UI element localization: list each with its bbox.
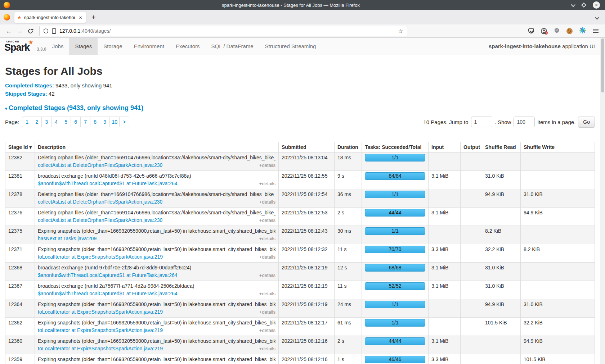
details-toggle[interactable]: +details bbox=[259, 327, 275, 334]
window-close-icon[interactable]: × bbox=[593, 1, 600, 9]
spark-nav-item[interactable]: Jobs bbox=[46, 38, 70, 55]
description-cell: Expiring snapshots (older_than=166932055… bbox=[35, 354, 279, 364]
duration-cell: 11 s bbox=[335, 244, 362, 263]
spark-nav-item[interactable]: Executors bbox=[170, 38, 206, 55]
bookmark-star-icon[interactable]: ☆ bbox=[398, 28, 403, 35]
stage-detail-link[interactable]: collectAsList at DeleteOrphanFilesSparkA… bbox=[38, 161, 162, 169]
stage-detail-link[interactable]: $anonfun$withThreadLocalCaptured$1 at Fu… bbox=[38, 290, 178, 297]
page-number-button[interactable]: 8 bbox=[90, 117, 100, 127]
column-header[interactable]: Shuffle Read bbox=[482, 142, 521, 153]
page-scrollbar[interactable] bbox=[600, 38, 605, 364]
go-button[interactable]: Go bbox=[578, 117, 595, 128]
stage-detail-link[interactable]: toLocalIterator at ExpireSnapshotsSparkA… bbox=[38, 327, 163, 334]
page-number-button[interactable]: 1 bbox=[22, 117, 32, 127]
duration-cell: 24 ms bbox=[335, 299, 362, 318]
tracking-shield-icon[interactable] bbox=[43, 28, 49, 34]
shuffle-write-cell bbox=[521, 153, 595, 171]
asterisk-extension-icon[interactable] bbox=[579, 27, 586, 35]
stage-detail-link[interactable]: collectAsList at DeleteOrphanFilesSparkA… bbox=[38, 217, 162, 224]
column-header[interactable]: Tasks: Succeeded/Total bbox=[362, 142, 429, 153]
details-toggle[interactable]: +details bbox=[259, 235, 275, 242]
jump-to-page-input[interactable] bbox=[471, 117, 492, 127]
details-toggle[interactable]: +details bbox=[259, 162, 275, 169]
pagination-row: Page: 1 2 3 4 5 6 7 8 bbox=[5, 116, 595, 128]
spark-nav-item[interactable]: Structured Streaming bbox=[259, 38, 322, 55]
firefox-view-icon[interactable] bbox=[4, 14, 10, 21]
description-cell: Expiring snapshots (older_than=166932055… bbox=[35, 318, 279, 336]
account-icon[interactable]: × bbox=[541, 28, 547, 34]
spark-nav-item[interactable]: Environment bbox=[128, 38, 170, 55]
page-number-button[interactable]: 4 bbox=[51, 117, 61, 127]
spark-logo[interactable]: APACHE Spark ★ bbox=[0, 38, 35, 55]
column-header[interactable]: Input bbox=[429, 142, 461, 153]
column-header[interactable]: Description bbox=[35, 142, 279, 153]
stage-detail-link[interactable]: toLocalIterator at ExpireSnapshotsSparkA… bbox=[38, 345, 163, 352]
page-number-button[interactable]: 3 bbox=[41, 117, 51, 127]
spark-nav-item[interactable]: Stages bbox=[69, 38, 98, 55]
spark-version: 3.3.0 bbox=[35, 47, 46, 55]
page-number-button[interactable]: 9 bbox=[100, 117, 110, 127]
spark-nav-item[interactable]: Storage bbox=[98, 38, 128, 55]
details-toggle[interactable]: +details bbox=[259, 272, 275, 279]
stage-detail-link[interactable]: $anonfun$withThreadLocalCaptured$1 at Fu… bbox=[38, 272, 178, 279]
column-header[interactable]: Output bbox=[461, 142, 482, 153]
page-number-button[interactable]: 2 bbox=[32, 117, 42, 127]
forward-button[interactable]: → bbox=[14, 28, 25, 34]
details-toggle[interactable]: +details bbox=[259, 180, 275, 187]
shuffle-read-cell bbox=[482, 354, 521, 364]
back-button[interactable]: ← bbox=[4, 28, 14, 34]
spark-nav-item[interactable]: SQL / DataFrame bbox=[206, 38, 259, 55]
duration-cell: 18 ms bbox=[335, 153, 362, 171]
details-toggle[interactable]: +details bbox=[259, 290, 275, 297]
page-number-button[interactable]: 10 bbox=[109, 117, 120, 127]
window-maximize-icon[interactable] bbox=[581, 3, 586, 8]
page-number-button[interactable]: > bbox=[119, 117, 129, 127]
cookie-extension-icon[interactable] bbox=[566, 28, 573, 34]
column-header[interactable]: Stage Id ▾ bbox=[5, 142, 35, 153]
tasks-progress-bar: 84/84 bbox=[365, 172, 425, 180]
shuffle-read-cell: 31.0 KiB bbox=[482, 171, 521, 189]
page-info-icon[interactable] bbox=[52, 28, 56, 34]
column-header[interactable]: Duration bbox=[335, 142, 362, 153]
window-minimize-icon[interactable] bbox=[571, 2, 575, 7]
tab-close-icon[interactable]: × bbox=[78, 15, 83, 20]
duration-cell: 2 s bbox=[335, 208, 362, 226]
skipped-stages-link[interactable]: Skipped Stages: bbox=[5, 91, 47, 97]
tasks-cell: 44/44 bbox=[362, 208, 429, 226]
input-cell bbox=[429, 299, 461, 318]
description-cell: Expiring snapshots (older_than=166932055… bbox=[35, 336, 279, 354]
page-number-button[interactable]: 5 bbox=[61, 117, 71, 127]
items-per-page-input[interactable] bbox=[514, 117, 535, 127]
browser-tab[interactable]: ★ spark-ingest-into-lakehous × bbox=[14, 12, 86, 23]
table-row: 12368 broadcast exchange (runId 97bdf70e… bbox=[5, 263, 595, 281]
column-header[interactable]: Submitted bbox=[279, 142, 335, 153]
details-toggle[interactable]: +details bbox=[259, 199, 275, 206]
stage-detail-link[interactable]: hasNext at Tasks.java:209 bbox=[38, 235, 97, 242]
details-toggle[interactable]: +details bbox=[259, 217, 275, 224]
completed-stages-link[interactable]: Completed Stages: bbox=[5, 82, 54, 88]
scrollbar-thumb[interactable] bbox=[601, 38, 604, 92]
stage-detail-link[interactable]: toLocalIterator at ExpireSnapshotsSparkA… bbox=[38, 308, 163, 315]
page-number-button[interactable]: 7 bbox=[80, 117, 90, 127]
stage-detail-link[interactable]: collectAsList at DeleteOrphanFilesSparkA… bbox=[38, 198, 162, 205]
new-tab-button[interactable]: + bbox=[91, 14, 96, 21]
stage-detail-link[interactable]: $anonfun$withThreadLocalCaptured$1 at Fu… bbox=[38, 180, 178, 187]
pocket-icon[interactable] bbox=[528, 28, 534, 33]
ublock-icon[interactable]: UO bbox=[554, 27, 560, 35]
spark-navbar: APACHE Spark ★ 3.3.0 Jobs Stages Storage… bbox=[0, 38, 600, 55]
completed-stages-section-header[interactable]: ▾Completed Stages (9433, only showing 94… bbox=[5, 104, 595, 113]
page-number-button[interactable]: 6 bbox=[71, 117, 81, 127]
tasks-cell: 46/46 bbox=[362, 354, 429, 364]
details-toggle[interactable]: +details bbox=[259, 345, 275, 352]
url-bar[interactable]: 127.0.0.1:4040/stages/ ☆ bbox=[39, 26, 407, 36]
menu-icon[interactable] bbox=[593, 29, 599, 33]
description-cell: Deleting orphan files (older_than=166910… bbox=[35, 153, 279, 171]
stage-detail-link[interactable]: toLocalIterator at ExpireSnapshotsSparkA… bbox=[38, 253, 163, 260]
details-toggle[interactable]: +details bbox=[259, 254, 275, 261]
details-toggle[interactable]: +details bbox=[259, 309, 275, 316]
reload-button[interactable] bbox=[27, 28, 33, 34]
stage-description: Expiring snapshots (older_than=166932055… bbox=[38, 301, 275, 308]
column-header[interactable]: Shuffle Write bbox=[521, 142, 595, 153]
shuffle-write-cell: 32.2 KiB bbox=[521, 318, 595, 336]
tab-overflow-icon[interactable] bbox=[596, 14, 599, 21]
